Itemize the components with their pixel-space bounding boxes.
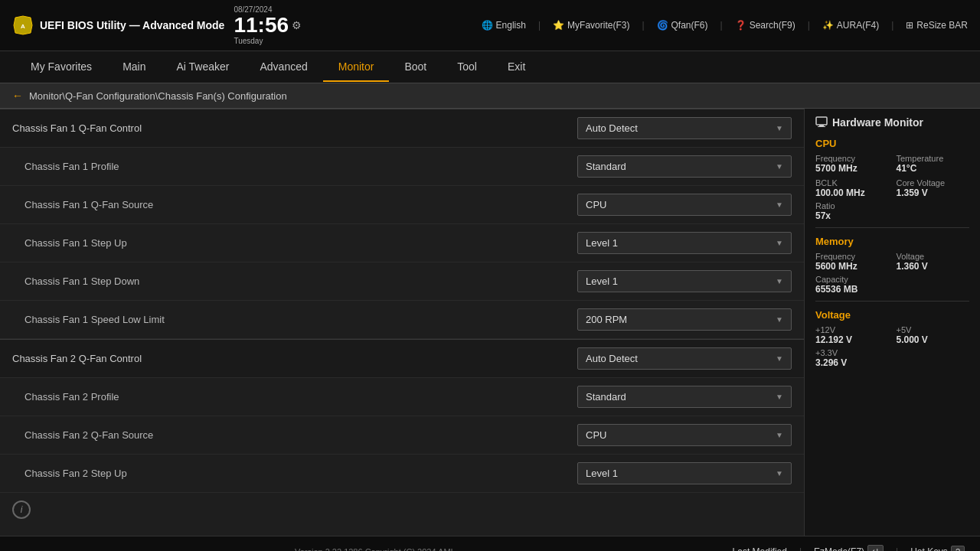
question-icon: ❓ [735, 20, 746, 31]
chevron-down-icon: ▼ [776, 124, 783, 132]
cpu-freq-label: Frequency 5700 MHz [815, 154, 889, 174]
fan-row-label-3: Chassis Fan 1 Step Up [12, 237, 577, 249]
nav-item-aitweaker[interactable]: Ai Tweaker [161, 53, 244, 82]
fan-dropdown-value-3: Level 1 [586, 237, 618, 249]
language-label: English [496, 20, 526, 31]
hw-divider-1 [815, 227, 969, 228]
fan-dropdown-0[interactable]: Auto Detect▼ [577, 117, 792, 139]
fan-row-control-8: CPU▼ [577, 424, 792, 446]
fan-dropdown-8[interactable]: CPU▼ [577, 424, 792, 446]
svg-rect-4 [818, 126, 825, 127]
hotkeys-key-icon: ? [951, 546, 965, 552]
ezmode-btn[interactable]: EzMode(F7) ↵ [814, 545, 884, 551]
myfavorite-btn[interactable]: ⭐ MyFavorite(F3) [553, 20, 629, 31]
hw-voltage-title: Voltage [815, 309, 969, 321]
fan-row-control-1: Standard▼ [577, 155, 792, 178]
search-btn[interactable]: ❓ Search(F9) [735, 20, 795, 31]
asus-logo-icon: A [12, 15, 34, 36]
fan-dropdown-1[interactable]: Standard▼ [577, 155, 792, 178]
nav-item-exit[interactable]: Exit [492, 53, 541, 82]
fan-dropdown-5[interactable]: 200 RPM▼ [577, 308, 792, 331]
nav-item-advanced[interactable]: Advanced [244, 53, 322, 82]
last-modified-btn[interactable]: Last Modified [733, 546, 787, 552]
fan-dropdown-3[interactable]: Level 1▼ [577, 232, 792, 254]
fan-row-label-6: Chassis Fan 2 Q-Fan Control [12, 353, 577, 364]
fan-row-label-1: Chassis Fan 1 Profile [12, 161, 577, 172]
fan-row-2: Chassis Fan 1 Q-Fan SourceCPU▼ [0, 186, 804, 224]
app-title: UEFI BIOS Utility — Advanced Mode [40, 19, 224, 31]
v33-area: +3.3V 3.296 V [815, 348, 969, 368]
fan-dropdown-value-6: Auto Detect [586, 353, 638, 364]
nav-item-tool[interactable]: Tool [442, 53, 492, 82]
fan-row-control-7: Standard▼ [577, 386, 792, 408]
fan-row-label-5: Chassis Fan 1 Speed Low Limit [12, 314, 577, 325]
fan-row-control-9: Level 1▼ [577, 462, 792, 484]
v12-area: +12V 12.192 V [815, 325, 889, 345]
chevron-down-icon: ▼ [776, 201, 783, 209]
footer-divider-1: | [799, 546, 802, 552]
fan-row-control-2: CPU▼ [577, 194, 792, 216]
fan-dropdown-6[interactable]: Auto Detect▼ [577, 347, 792, 370]
chevron-down-icon: ▼ [776, 277, 783, 285]
fan-dropdown-value-5: 200 RPM [586, 314, 627, 325]
nav-item-monitor[interactable]: Monitor [323, 53, 390, 82]
fan-row-9: Chassis Fan 2 Step UpLevel 1▼ [0, 455, 804, 493]
qfan-label: Qfan(F6) [671, 20, 708, 31]
monitor-icon [815, 116, 828, 129]
cpu-temp-label: Temperature 41°C [897, 154, 970, 174]
cpu-ratio-area: Ratio 57x [815, 201, 969, 221]
fan-dropdown-4[interactable]: Level 1▼ [577, 270, 792, 292]
nav-item-boot[interactable]: Boot [389, 53, 442, 82]
left-content: Chassis Fan 1 Q-Fan ControlAuto Detect▼C… [0, 109, 804, 536]
v5-area: +5V 5.000 V [897, 325, 970, 345]
fan-row-0: Chassis Fan 1 Q-Fan ControlAuto Detect▼ [0, 109, 804, 148]
fan-dropdown-9[interactable]: Level 1▼ [577, 462, 792, 484]
ezmode-key-icon: ↵ [867, 545, 884, 551]
nav-item-myfavorites[interactable]: My Favorites [15, 53, 107, 82]
hotkeys-btn[interactable]: Hot Keys ? [910, 546, 965, 552]
info-icon[interactable]: i [12, 500, 31, 519]
qfan-btn[interactable]: 🌀 Qfan(F6) [657, 20, 708, 31]
mem-voltage-area: Voltage 1.360 V [897, 252, 970, 272]
fan-dropdown-2[interactable]: CPU▼ [577, 194, 792, 216]
fan-dropdown-value-9: Level 1 [586, 468, 618, 479]
fan-icon: 🌀 [657, 20, 668, 31]
hw-memory-title: Memory [815, 236, 969, 247]
footer-right: Last Modified | EzMode(F7) ↵ | Hot Keys … [733, 545, 965, 551]
ezmode-label: EzMode(F7) [814, 546, 864, 552]
aura-btn[interactable]: ✨ AURA(F4) [822, 20, 879, 31]
search-label: Search(F9) [750, 20, 795, 31]
nav-item-main[interactable]: Main [107, 53, 161, 82]
logo-area: A UEFI BIOS Utility — Advanced Mode [12, 15, 224, 36]
svg-rect-2 [816, 117, 827, 125]
hw-voltage-grid: +12V 12.192 V +5V 5.000 V [815, 325, 969, 345]
language-btn[interactable]: 🌐 English [482, 20, 526, 31]
header-actions: 🌐 English | ⭐ MyFavorite(F3) | 🌀 Qfan(F6… [482, 20, 968, 31]
fan-row-control-4: Level 1▼ [577, 270, 792, 292]
footer: Version 2.22.1286 Copyright (C) 2024 AMI… [0, 536, 980, 551]
chevron-down-icon: ▼ [776, 315, 783, 324]
gear-icon[interactable]: ⚙ [292, 18, 302, 32]
fan-row-control-3: Level 1▼ [577, 232, 792, 254]
hw-cpu-title: CPU [815, 138, 969, 149]
resizebar-label: ReSize BAR [916, 20, 968, 31]
hw-monitor-title: Hardware Monitor [815, 116, 969, 129]
fan-settings-section: Chassis Fan 1 Q-Fan ControlAuto Detect▼C… [0, 109, 804, 493]
fan-row-label-0: Chassis Fan 1 Q-Fan Control [12, 122, 577, 134]
fan-row-7: Chassis Fan 2 ProfileStandard▼ [0, 378, 804, 416]
fan-dropdown-value-1: Standard [586, 161, 626, 172]
chevron-down-icon: ▼ [776, 469, 783, 478]
hw-divider-2 [815, 301, 969, 302]
star-icon: ⭐ [553, 20, 564, 31]
day-text: Tuesday [234, 36, 302, 46]
fan-dropdown-7[interactable]: Standard▼ [577, 386, 792, 408]
fan-row-label-8: Chassis Fan 2 Q-Fan Source [12, 429, 577, 441]
back-arrow-icon[interactable]: ← [12, 90, 23, 102]
resizebar-btn[interactable]: ⊞ ReSize BAR [906, 20, 968, 31]
resize-icon: ⊞ [906, 20, 913, 31]
header-bar: A UEFI BIOS Utility — Advanced Mode 08/2… [0, 0, 980, 51]
aura-label: AURA(F4) [837, 20, 879, 31]
mem-capacity-area: Capacity 65536 MB [815, 275, 969, 295]
fan-row-3: Chassis Fan 1 Step UpLevel 1▼ [0, 224, 804, 262]
fan-row-label-2: Chassis Fan 1 Q-Fan Source [12, 199, 577, 210]
